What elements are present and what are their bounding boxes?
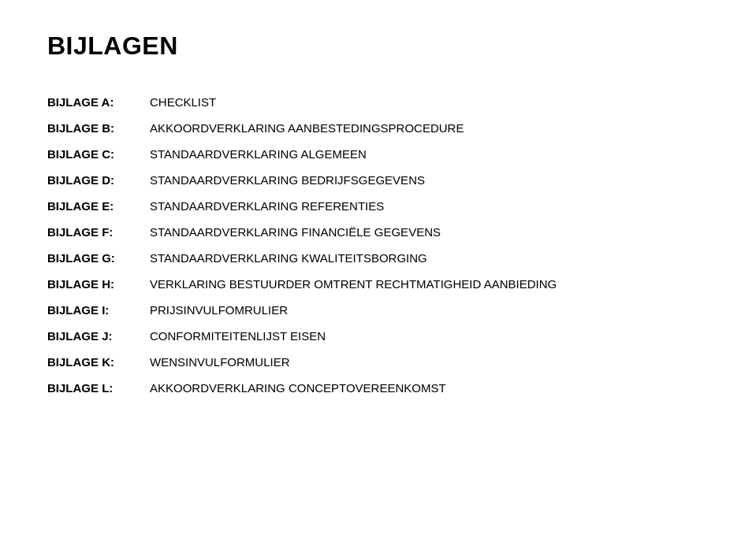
table-row: BIJLAGE K:WENSINVULFORMULIER [47, 349, 709, 375]
bijlage-value: VERKLARING BESTUURDER OMTRENT RECHTMATIG… [150, 271, 709, 297]
table-row: BIJLAGE A:CHECKLIST [47, 89, 709, 115]
page-title: BIJLAGEN [47, 32, 709, 61]
bijlage-value: AKKOORDVERKLARING AANBESTEDINGSPROCEDURE [150, 115, 709, 141]
bijlagen-table: BIJLAGE A:CHECKLISTBIJLAGE B:AKKOORDVERK… [47, 89, 709, 401]
bijlage-label: BIJLAGE B: [47, 115, 150, 141]
bijlage-label: BIJLAGE C: [47, 141, 150, 167]
bijlage-label: BIJLAGE J: [47, 323, 150, 349]
table-row: BIJLAGE H:VERKLARING BESTUURDER OMTRENT … [47, 271, 709, 297]
bijlage-label: BIJLAGE H: [47, 271, 150, 297]
table-row: BIJLAGE E:STANDAARDVERKLARING REFERENTIE… [47, 193, 709, 219]
bijlage-label: BIJLAGE D: [47, 167, 150, 193]
bijlage-value: CHECKLIST [150, 89, 709, 115]
bijlage-label: BIJLAGE A: [47, 89, 150, 115]
table-row: BIJLAGE L:AKKOORDVERKLARING CONCEPTOVERE… [47, 375, 709, 401]
bijlage-value: WENSINVULFORMULIER [150, 349, 709, 375]
bijlage-label: BIJLAGE E: [47, 193, 150, 219]
table-row: BIJLAGE F:STANDAARDVERKLARING FINANCIËLE… [47, 219, 709, 245]
table-row: BIJLAGE B:AKKOORDVERKLARING AANBESTEDING… [47, 115, 709, 141]
bijlage-value: STANDAARDVERKLARING ALGEMEEN [150, 141, 709, 167]
bijlage-label: BIJLAGE G: [47, 245, 150, 271]
bijlage-value: STANDAARDVERKLARING KWALITEITSBORGING [150, 245, 709, 271]
table-row: BIJLAGE D:STANDAARDVERKLARING BEDRIJFSGE… [47, 167, 709, 193]
bijlage-value: CONFORMITEITENLIJST EISEN [150, 323, 709, 349]
bijlage-value: PRIJSINVULFOMRULIER [150, 297, 709, 323]
bijlage-value: AKKOORDVERKLARING CONCEPTOVEREENKOMST [150, 375, 709, 401]
bijlage-label: BIJLAGE K: [47, 349, 150, 375]
bijlage-label: BIJLAGE F: [47, 219, 150, 245]
table-row: BIJLAGE G:STANDAARDVERKLARING KWALITEITS… [47, 245, 709, 271]
table-row: BIJLAGE C:STANDAARDVERKLARING ALGEMEEN [47, 141, 709, 167]
table-row: BIJLAGE J:CONFORMITEITENLIJST EISEN [47, 323, 709, 349]
bijlage-value: STANDAARDVERKLARING REFERENTIES [150, 193, 709, 219]
table-row: BIJLAGE I:PRIJSINVULFOMRULIER [47, 297, 709, 323]
bijlage-label: BIJLAGE I: [47, 297, 150, 323]
bijlage-value: STANDAARDVERKLARING BEDRIJFSGEGEVENS [150, 167, 709, 193]
bijlage-label: BIJLAGE L: [47, 375, 150, 401]
bijlage-value: STANDAARDVERKLARING FINANCIËLE GEGEVENS [150, 219, 709, 245]
